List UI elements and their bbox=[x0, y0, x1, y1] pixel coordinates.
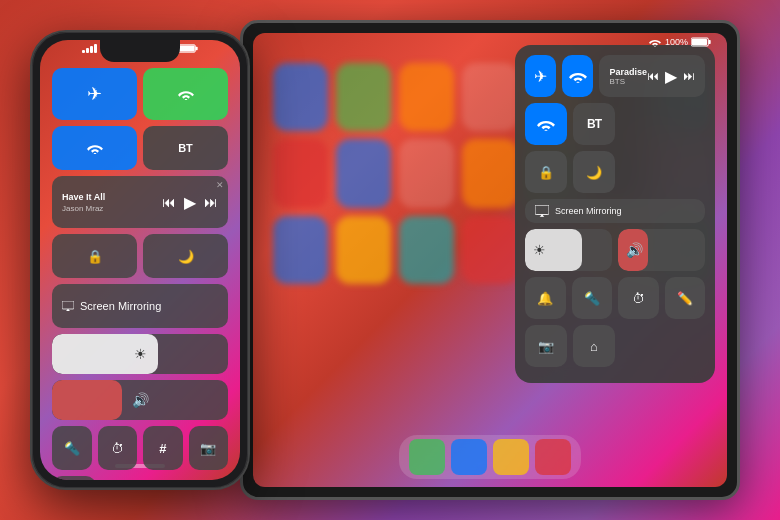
ipad-volume-icon: 🔊 bbox=[626, 242, 643, 258]
iphone-screen: 100% ✈ bbox=[40, 40, 240, 480]
ipad-camera-button[interactable]: 📷 bbox=[525, 325, 567, 367]
ipad-icon bbox=[273, 139, 328, 207]
ipad-icon bbox=[399, 216, 454, 284]
ipad-torch-button[interactable]: 🔦 bbox=[572, 277, 613, 319]
dock-icon bbox=[535, 439, 571, 475]
ipad-cc-row2: BT bbox=[525, 103, 705, 145]
iphone-now-playing-widget[interactable]: ✕ Have It All Jason Mraz ⏮ ▶ ⏭ bbox=[52, 176, 228, 228]
ipad-play-button[interactable]: ▶ bbox=[665, 67, 677, 86]
ipad-brightness-slider[interactable]: ☀ bbox=[525, 229, 612, 271]
ipad-volume-slider[interactable]: 🔊 bbox=[618, 229, 705, 271]
iphone-timer-button[interactable]: ⏱ bbox=[98, 426, 138, 470]
svg-rect-1 bbox=[709, 40, 711, 44]
ipad-screen-mirroring-label: Screen Mirroring bbox=[555, 206, 622, 216]
iphone-lock-rotation-button[interactable]: 🔒 bbox=[52, 234, 137, 278]
ipad-now-playing-title: Paradise bbox=[609, 67, 647, 77]
iphone-notch bbox=[100, 40, 180, 62]
ipad-bluetooth-button[interactable]: BT bbox=[573, 103, 615, 145]
ipad-cc-bottom-row1: 🔔 🔦 ⏱ ✏️ bbox=[525, 277, 705, 319]
ipad-icon bbox=[462, 139, 517, 207]
svg-rect-8 bbox=[62, 301, 74, 309]
ipad-next-button[interactable]: ⏭ bbox=[683, 69, 695, 83]
ipad-battery-status: 100% bbox=[665, 37, 711, 47]
ipad-control-center: ✈ Paradise BTS ⏮ ▶ ⏭ bbox=[515, 45, 715, 383]
iphone-cc-top-grid: ✈ bbox=[52, 68, 228, 120]
iphone-prev-button[interactable]: ⏮ bbox=[162, 194, 176, 210]
iphone-lock-dnd-row: 🔒 🌙 bbox=[52, 234, 228, 278]
iphone-volume-icon-wrap: 🔊 bbox=[52, 392, 228, 408]
ipad-screen-mirroring-button[interactable]: Screen Mirroring bbox=[525, 199, 705, 223]
iphone-brightness-icon-wrap: ☀ bbox=[52, 346, 228, 362]
iphone-now-playing-info: Have It All Jason Mraz bbox=[62, 191, 162, 213]
iphone-now-playing-artist: Jason Mraz bbox=[62, 204, 162, 213]
iphone-body: 100% ✈ bbox=[30, 30, 250, 490]
iphone-camera-button[interactable]: 📷 bbox=[189, 426, 229, 470]
ipad-icon bbox=[462, 63, 517, 131]
iphone-cc-wifi-bt: BT bbox=[52, 126, 228, 170]
ipad-timer-button[interactable]: ⏱ bbox=[618, 277, 659, 319]
ipad-lock-rotation-button[interactable]: 🔒 bbox=[525, 151, 567, 193]
svg-rect-2 bbox=[692, 39, 707, 46]
ipad-icon bbox=[462, 216, 517, 284]
iphone-cellular-button[interactable] bbox=[143, 68, 228, 120]
signal-icon bbox=[82, 44, 97, 53]
ipad-device: 100% bbox=[240, 20, 740, 500]
iphone-dnd-button[interactable]: 🌙 bbox=[143, 234, 228, 278]
svg-rect-3 bbox=[535, 205, 549, 214]
iphone-torch-button[interactable]: 🔦 bbox=[52, 426, 92, 470]
dock-icon bbox=[409, 439, 445, 475]
ipad-airplane-mode-button[interactable]: ✈ bbox=[525, 55, 556, 97]
ipad-wifi-status bbox=[649, 37, 661, 47]
iphone-home-control-button[interactable]: ⌂ bbox=[52, 476, 96, 480]
ipad-brightness-icon: ☀ bbox=[533, 242, 546, 258]
iphone-volume-slider[interactable]: 🔊 bbox=[52, 380, 228, 420]
ipad-home-button[interactable]: ⌂ bbox=[573, 325, 615, 367]
ipad-wifi-toggle-button[interactable] bbox=[562, 55, 593, 97]
iphone-playback-controls[interactable]: ⏮ ▶ ⏭ bbox=[162, 193, 218, 212]
ipad-battery-text: 100% bbox=[665, 37, 688, 47]
ipad-icon bbox=[273, 216, 328, 284]
svg-rect-6 bbox=[196, 47, 198, 50]
ipad-dnd-button[interactable]: 🌙 bbox=[573, 151, 615, 193]
iphone-bottom-row: 🔦 ⏱ # 📷 bbox=[52, 426, 228, 470]
ipad-icon bbox=[399, 63, 454, 131]
iphone-wifi-button[interactable] bbox=[52, 126, 137, 170]
scene: 100% bbox=[0, 0, 780, 520]
iphone-brightness-slider[interactable]: ☀ bbox=[52, 334, 228, 374]
ipad-now-playing-widget[interactable]: Paradise BTS ⏮ ▶ ⏭ bbox=[599, 55, 705, 97]
ipad-icon bbox=[336, 216, 391, 284]
dock-icon bbox=[451, 439, 487, 475]
ipad-notes-button[interactable]: ✏️ bbox=[665, 277, 706, 319]
spacer2 bbox=[621, 151, 705, 193]
ipad-now-playing-artist: BTS bbox=[609, 77, 647, 86]
ipad-cc-spacer bbox=[621, 103, 705, 145]
ipad-dock bbox=[399, 435, 581, 479]
iphone-play-button[interactable]: ▶ bbox=[184, 193, 196, 212]
iphone-now-playing-close[interactable]: ✕ bbox=[216, 180, 224, 190]
ipad-wifi-button[interactable] bbox=[525, 103, 567, 145]
ipad-cc-row3: 🔒 🌙 bbox=[525, 151, 705, 193]
iphone-bluetooth-button[interactable]: BT bbox=[143, 126, 228, 170]
iphone-calculator-button[interactable]: # bbox=[143, 426, 183, 470]
ipad-alarm-button[interactable]: 🔔 bbox=[525, 277, 566, 319]
svg-rect-7 bbox=[179, 46, 195, 52]
ipad-prev-button[interactable]: ⏮ bbox=[647, 69, 659, 83]
iphone-control-center: ✈ BT ✕ bbox=[48, 64, 232, 480]
iphone-screen-mirroring-label: Screen Mirroring bbox=[80, 300, 161, 312]
iphone-screen-mirroring-button[interactable]: Screen Mirroring bbox=[52, 284, 228, 328]
ipad-status-bar: 100% bbox=[253, 37, 727, 47]
ipad-playback-controls[interactable]: ⏮ ▶ ⏭ bbox=[647, 67, 695, 86]
volume-icon: 🔊 bbox=[132, 392, 149, 408]
iphone-airplane-mode-button[interactable]: ✈ bbox=[52, 68, 137, 120]
dock-icon bbox=[493, 439, 529, 475]
ipad-now-playing-info: Paradise BTS bbox=[609, 67, 647, 86]
iphone-device: 100% ✈ bbox=[30, 30, 250, 490]
ipad-icon bbox=[336, 63, 391, 131]
ipad-icon bbox=[399, 139, 454, 207]
ipad-screen: 100% bbox=[253, 33, 727, 487]
brightness-icon: ☀ bbox=[134, 346, 147, 362]
ipad-body: 100% bbox=[240, 20, 740, 500]
ipad-cc-bottom-row2: 📷 ⌂ bbox=[525, 325, 705, 367]
iphone-next-button[interactable]: ⏭ bbox=[204, 194, 218, 210]
iphone-now-playing-title: Have It All bbox=[62, 191, 162, 204]
